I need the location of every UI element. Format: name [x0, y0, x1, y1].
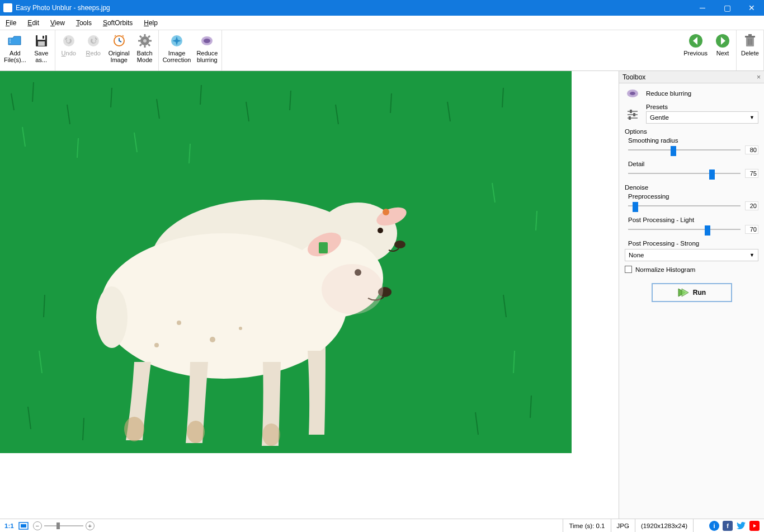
youtube-icon[interactable] — [749, 521, 760, 531]
delete-button[interactable]: Delete — [738, 30, 762, 70]
preprocessing-slider[interactable] — [628, 201, 741, 211]
svg-point-4 — [63, 35, 74, 46]
next-button[interactable]: Next — [710, 30, 735, 70]
batch-mode-button[interactable]: Batch Mode — [133, 30, 157, 70]
toolbox-close-icon[interactable]: × — [757, 73, 761, 81]
save-as-label: Save as... — [34, 50, 48, 63]
svg-line-14 — [148, 44, 150, 46]
folder-icon — [7, 33, 23, 49]
svg-rect-67 — [319, 242, 328, 253]
svg-point-59 — [378, 228, 383, 233]
facebook-icon[interactable]: f — [723, 521, 733, 531]
menu-view[interactable]: View — [45, 16, 70, 30]
image-view[interactable] — [0, 71, 572, 453]
minimize-button[interactable]: ─ — [690, 0, 715, 16]
zoom-slider[interactable] — [44, 525, 83, 526]
detail-label: Detail — [625, 161, 758, 167]
svg-point-75 — [177, 321, 181, 325]
status-dimensions: (1920x1283x24) — [635, 519, 693, 532]
svg-point-80 — [630, 92, 635, 95]
preprocessing-label: Preprocessing — [625, 193, 758, 200]
svg-point-58 — [383, 209, 389, 215]
twitter-icon[interactable] — [736, 521, 746, 531]
maximize-button[interactable]: ▢ — [715, 0, 739, 16]
svg-rect-24 — [748, 34, 752, 36]
presets-label: Presets — [646, 103, 758, 110]
svg-line-16 — [148, 36, 150, 37]
svg-point-76 — [210, 337, 215, 342]
blur-icon — [199, 33, 215, 49]
svg-point-5 — [88, 35, 99, 46]
svg-rect-23 — [745, 36, 755, 37]
previous-button[interactable]: Previous — [681, 30, 710, 70]
run-button[interactable]: Run — [652, 283, 732, 302]
svg-rect-84 — [633, 113, 635, 116]
redo-icon — [86, 33, 101, 49]
svg-line-13 — [140, 36, 142, 37]
titlebar: Easy Photo Unblur - sheeps.jpg ─ ▢ ✕ — [0, 0, 764, 16]
menu-file[interactable]: File — [0, 16, 22, 30]
image-correction-button[interactable]: Image Correction — [160, 30, 194, 70]
previous-label: Previous — [683, 50, 708, 57]
menu-help[interactable]: Help — [138, 16, 163, 30]
toolbox-mode-label: Reduce blurring — [646, 90, 691, 97]
menu-softorbits[interactable]: SoftOrbits — [97, 16, 138, 30]
normalize-histogram-checkbox[interactable] — [625, 266, 632, 273]
close-button[interactable]: ✕ — [739, 0, 764, 16]
redo-button[interactable]: Redo — [81, 30, 106, 70]
window-title: Easy Photo Unblur - sheeps.jpg — [16, 4, 690, 12]
post-strong-value: None — [629, 252, 644, 258]
preprocessing-value[interactable]: 20 — [745, 201, 758, 210]
undo-button[interactable]: Undo — [56, 30, 81, 70]
svg-point-73 — [187, 421, 205, 443]
app-icon — [3, 3, 12, 12]
smoothing-radius-value[interactable]: 80 — [745, 145, 758, 154]
sparkle-icon — [169, 33, 185, 49]
menubar: File Edit View Tools SoftOrbits Help — [0, 16, 764, 30]
smoothing-radius-slider[interactable] — [628, 145, 741, 155]
zoom-out-button[interactable]: − — [33, 521, 42, 530]
fit-screen-icon[interactable] — [18, 522, 29, 530]
svg-point-19 — [204, 39, 210, 43]
toolbox-title: Toolbox — [622, 73, 645, 81]
save-as-button[interactable]: Save as... — [29, 30, 54, 70]
chevron-down-icon: ▼ — [749, 115, 754, 120]
menu-tools[interactable]: Tools — [70, 16, 97, 30]
svg-rect-86 — [629, 116, 631, 120]
menu-edit[interactable]: Edit — [22, 16, 45, 30]
toolbox-panel: Toolbox × Reduce blurring Presets Gentle… — [619, 71, 764, 519]
svg-rect-88 — [21, 524, 26, 528]
info-icon[interactable]: i — [709, 521, 719, 531]
arrow-right-icon — [715, 33, 730, 49]
add-files-button[interactable]: Add File(s)... — [1, 30, 29, 70]
original-image-button[interactable]: Original Image — [106, 30, 133, 70]
save-icon — [34, 33, 49, 49]
zoom-ratio-label[interactable]: 1:1 — [4, 522, 14, 529]
post-light-value[interactable]: 70 — [745, 225, 758, 234]
post-light-slider[interactable] — [628, 224, 741, 234]
detail-slider[interactable] — [628, 168, 741, 178]
svg-rect-2 — [38, 41, 45, 46]
post-strong-label: Post Processing - Strong — [625, 240, 758, 247]
svg-point-60 — [394, 241, 405, 248]
toolbar: Add File(s)... Save as... Undo Redo Or — [0, 30, 764, 71]
sliders-icon — [625, 109, 640, 120]
normalize-histogram-label: Normalize Histogram — [635, 266, 695, 273]
delete-label: Delete — [741, 50, 759, 57]
original-image-label: Original Image — [109, 50, 130, 63]
svg-point-8 — [143, 39, 147, 43]
main-area: Toolbox × Reduce blurring Presets Gentle… — [0, 71, 764, 519]
svg-point-71 — [96, 286, 128, 348]
reduce-blurring-button[interactable]: Reduce blurring — [194, 30, 220, 70]
detail-value[interactable]: 75 — [745, 169, 758, 178]
status-time: Time (s): 0.1 — [563, 519, 610, 532]
blur-icon — [625, 88, 640, 99]
post-strong-dropdown[interactable]: None ▼ — [625, 249, 758, 261]
svg-point-74 — [262, 423, 280, 446]
denoise-label: Denoise — [625, 184, 758, 191]
zoom-in-button[interactable]: + — [86, 521, 95, 530]
toolbox-header: Toolbox × — [619, 71, 764, 83]
reduce-blurring-label: Reduce blurring — [196, 50, 218, 63]
presets-dropdown[interactable]: Gentle ▼ — [646, 111, 758, 124]
play-icon — [677, 288, 688, 298]
